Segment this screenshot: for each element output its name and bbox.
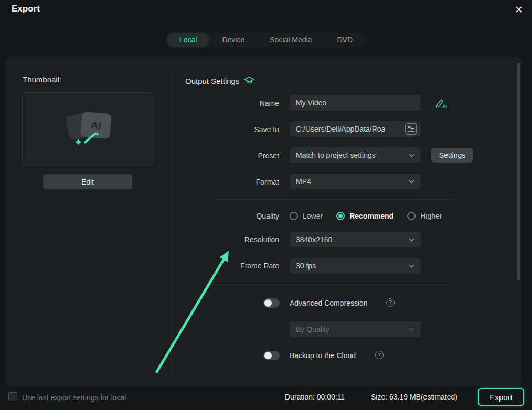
radio-circle-icon [336, 212, 345, 220]
radio-circle-icon [290, 212, 298, 220]
sparkle-icon: ✦ [74, 137, 83, 147]
quality-radio-group: Lower Recommend Higher [290, 210, 442, 222]
scrollbar-thumb[interactable] [517, 63, 520, 280]
thumbnail-preview: AI ✦ ✦ [22, 92, 153, 166]
svg-text:AI: AI [443, 104, 447, 109]
preset-dropdown[interactable]: Match to project settings [290, 147, 421, 163]
tab-social-media[interactable]: Social Media [257, 33, 324, 47]
export-settings-panel: Thumbnail: AI ✦ ✦ Edit Output Settings N… [5, 57, 522, 386]
chevron-down-icon [409, 328, 414, 331]
chevron-down-icon [409, 238, 414, 242]
chevron-down-icon [409, 154, 414, 157]
tab-local[interactable]: Local [167, 33, 209, 47]
format-dropdown[interactable]: MP4 [290, 174, 421, 189]
frame-rate-label: Frame Rate [211, 262, 279, 270]
advanced-compression-toggle[interactable] [263, 298, 280, 308]
tab-device[interactable]: Device [209, 33, 257, 47]
use-last-settings-checkbox[interactable] [8, 392, 17, 401]
vertical-divider [171, 67, 171, 376]
chevron-down-icon [409, 264, 414, 268]
export-target-tabs: Local Device Social Media DVD [166, 32, 366, 48]
thumbnail-label: Thumbnail: [23, 75, 61, 84]
resolution-dropdown[interactable]: 3840x2160 [290, 232, 421, 247]
help-icon[interactable]: ? [386, 298, 395, 307]
name-label: Name [211, 99, 279, 107]
help-icon[interactable]: ? [375, 351, 384, 359]
compression-mode-dropdown[interactable]: By Quality [290, 321, 421, 337]
quality-label: Quality [211, 212, 279, 220]
format-label: Format [211, 178, 279, 186]
radio-circle-icon [407, 212, 416, 220]
output-settings-title: Output Settings [185, 77, 239, 85]
radio-higher[interactable]: Higher [407, 212, 442, 220]
backup-cloud-label: Backup to the Cloud [290, 351, 356, 360]
preset-settings-button[interactable]: Settings [431, 148, 473, 163]
name-input[interactable]: My Video [290, 95, 421, 111]
ai-rename-icon[interactable]: AI [434, 96, 448, 110]
use-last-settings-label: Use last export settings for local [22, 393, 126, 402]
edit-thumbnail-button[interactable]: Edit [43, 174, 132, 189]
size-text: Size: 63.19 MB(estimated) [371, 393, 457, 401]
close-icon[interactable]: ✕ [511, 2, 527, 17]
radio-recommend[interactable]: Recommend [336, 212, 393, 220]
backup-cloud-toggle[interactable] [263, 351, 280, 360]
radio-lower[interactable]: Lower [290, 212, 323, 220]
resolution-label: Resolution [211, 235, 279, 244]
save-to-input[interactable]: C:/Users/Dell/AppData/Roa [290, 121, 421, 137]
export-button[interactable]: Export [478, 388, 524, 406]
preset-label: Preset [211, 152, 279, 160]
sparkle-icon: ✦ [95, 132, 100, 137]
advanced-compression-label: Advanced Compression [290, 299, 368, 307]
chevron-down-icon [409, 180, 414, 184]
frame-rate-dropdown[interactable]: 30 fps [290, 258, 421, 274]
output-settings-header: Output Settings [185, 77, 254, 85]
graduation-cap-icon [244, 77, 254, 85]
divider [212, 284, 454, 285]
duration-text: Duration: 00:00:11 [285, 393, 345, 401]
dialog-title: Export [12, 4, 40, 14]
tab-dvd[interactable]: DVD [324, 33, 365, 47]
save-to-label: Save to [211, 125, 279, 134]
divider [212, 199, 454, 200]
browse-folder-icon[interactable] [405, 123, 417, 135]
